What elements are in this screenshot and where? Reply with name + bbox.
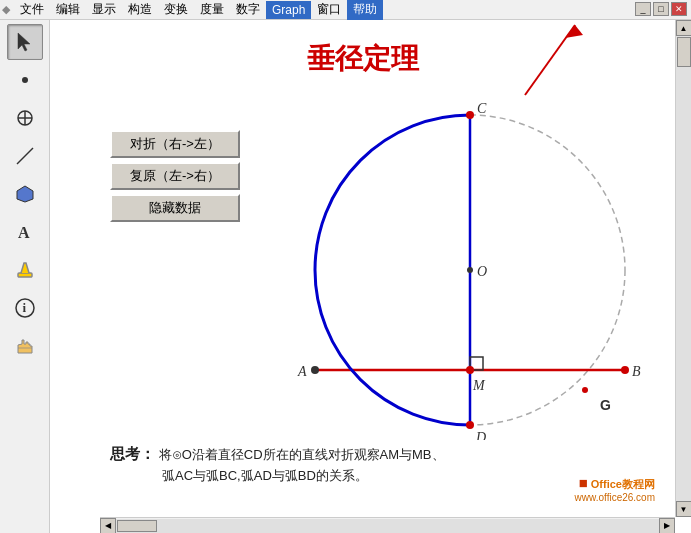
label-O: O: [477, 264, 487, 279]
close-button[interactable]: ✕: [671, 2, 687, 16]
office-icon: ■: [579, 474, 588, 491]
label-A: A: [297, 364, 307, 379]
info-tool[interactable]: i: [7, 290, 43, 326]
maximize-button[interactable]: □: [653, 2, 669, 16]
svg-text:A: A: [18, 224, 30, 241]
menu-edit[interactable]: 编辑: [50, 0, 86, 20]
svg-rect-8: [18, 273, 32, 277]
point-B: [621, 366, 629, 374]
hide-data-button[interactable]: 隐藏数据: [110, 194, 240, 222]
scroll-left-button[interactable]: ◀: [100, 518, 116, 534]
restore-button[interactable]: 复原（左->右）: [110, 162, 240, 190]
menu-transform[interactable]: 变换: [158, 0, 194, 20]
menu-display[interactable]: 显示: [86, 0, 122, 20]
buttons-panel: 对折（右->左） 复原（左->右） 隐藏数据: [110, 130, 240, 226]
window-controls: _ □ ✕: [635, 2, 687, 16]
svg-line-5: [17, 148, 33, 164]
svg-marker-14: [565, 25, 583, 38]
svg-text:i: i: [22, 300, 26, 315]
marker-tool[interactable]: [7, 252, 43, 288]
bottom-line2: 弧AC与弧BC,弧AD与弧BD的关系。: [162, 468, 368, 483]
geometry-diagram: C A B D M O G: [280, 80, 660, 440]
scroll-right-button[interactable]: ▶: [659, 518, 675, 534]
scroll-down-button[interactable]: ▼: [676, 501, 692, 517]
svg-marker-0: [18, 33, 30, 51]
label-B: B: [632, 364, 641, 379]
app-logo: ◆: [2, 3, 10, 16]
menu-measure[interactable]: 度量: [194, 0, 230, 20]
scroll-track-bottom[interactable]: [116, 519, 659, 533]
polygon-tool[interactable]: [7, 176, 43, 212]
svg-marker-11: [18, 340, 32, 353]
label-D: D: [475, 430, 486, 440]
canvas-wrapper: 垂径定理 对折（右->左） 复原（左->右） 隐藏数据: [50, 20, 691, 533]
watermark: ■ Office教程网 www.office26.com: [575, 474, 655, 503]
compass-tool[interactable]: [7, 100, 43, 136]
fold-button[interactable]: 对折（右->左）: [110, 130, 240, 158]
menu-number[interactable]: 数字: [230, 0, 266, 20]
point-extra: [582, 387, 588, 393]
think-label: 思考：: [110, 445, 155, 462]
line-tool[interactable]: [7, 138, 43, 174]
menu-construct[interactable]: 构造: [122, 0, 158, 20]
main-container: A i 垂径定理: [0, 20, 691, 533]
scroll-up-button[interactable]: ▲: [676, 20, 692, 36]
text-tool[interactable]: A: [7, 214, 43, 250]
bottom-line1: 将⊙O沿着直径CD所在的直线对折观察AM与MB、: [159, 447, 445, 462]
menubar: ◆ 文件 编辑 显示 构造 变换 度量 数字 Graph 窗口 帮助 _ □ ✕: [0, 0, 691, 20]
right-scrollbar[interactable]: ▲ ▼: [675, 20, 691, 517]
point-C: [466, 111, 474, 119]
svg-point-1: [22, 77, 28, 83]
label-M: M: [472, 378, 486, 393]
menu-window[interactable]: 窗口: [311, 0, 347, 20]
point-O: [467, 267, 473, 273]
point-D: [466, 421, 474, 429]
arc-CD-left: [315, 115, 470, 425]
menu-graph[interactable]: Graph: [266, 1, 311, 19]
menu-help[interactable]: 帮助: [347, 0, 383, 20]
bottom-scrollbar[interactable]: ◀ ▶: [100, 517, 675, 533]
label-C: C: [477, 101, 487, 116]
point-M: [466, 366, 474, 374]
svg-marker-6: [17, 186, 33, 202]
bottom-text-area: 思考： 将⊙O沿着直径CD所在的直线对折观察AM与MB、 弧AC与弧BC,弧AD…: [110, 442, 655, 487]
hand-tool[interactable]: [7, 328, 43, 364]
select-tool[interactable]: [7, 24, 43, 60]
point-A: [311, 366, 319, 374]
scroll-track-right[interactable]: [676, 36, 692, 501]
label-G: G: [600, 397, 611, 413]
menu-file[interactable]: 文件: [14, 0, 50, 20]
scroll-thumb-right[interactable]: [677, 37, 691, 67]
point-tool[interactable]: [7, 62, 43, 98]
minimize-button[interactable]: _: [635, 2, 651, 16]
watermark-url: www.office26.com: [575, 492, 655, 503]
toolbar: A i: [0, 20, 50, 533]
watermark-office-label: ■ Office教程网: [579, 474, 655, 492]
canvas-area: 垂径定理 对折（右->左） 复原（左->右） 隐藏数据: [50, 20, 675, 517]
scroll-thumb-bottom[interactable]: [117, 520, 157, 532]
